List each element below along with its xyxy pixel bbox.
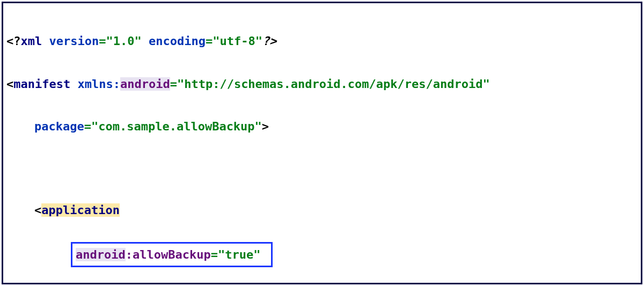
attr-version: version [49,34,99,48]
attr-allowbackup: allowBackup [133,248,211,261]
application-tag: application [41,203,120,217]
manifest-tag: manifest [13,77,70,91]
package-value: "com.sample.allowBackup" [91,120,262,133]
allowbackup-line: android:allowBackup="true" [6,242,638,267]
xmlns-prefix: xmlns [77,77,113,91]
attr-encoding: encoding [149,34,206,48]
xmlns-local: android [120,77,170,91]
package-attr: package [34,120,84,133]
attr-allowbackup-value: "true" [218,248,260,261]
xml-code-block: <?xml version="1.0" encoding="utf-8"?> <… [2,2,642,284]
attr-encoding-value: "utf-8" [213,34,262,48]
application-open-line: <application [6,200,638,221]
attr-ns-android: android [76,248,126,261]
xmlns-value: "http://schemas.android.com/apk/res/andr… [177,77,490,91]
manifest-open-line: <manifest xmlns:android="http://schemas.… [6,74,638,94]
attr-version-value: "1.0" [106,34,141,48]
xml-declaration-line: <?xml version="1.0" encoding="utf-8"?> [6,31,638,52]
allowbackup-highlight-box: android:allowBackup="true" [71,242,273,267]
blank-line [6,158,638,179]
package-attr-line: package="com.sample.allowBackup"> [6,116,638,137]
